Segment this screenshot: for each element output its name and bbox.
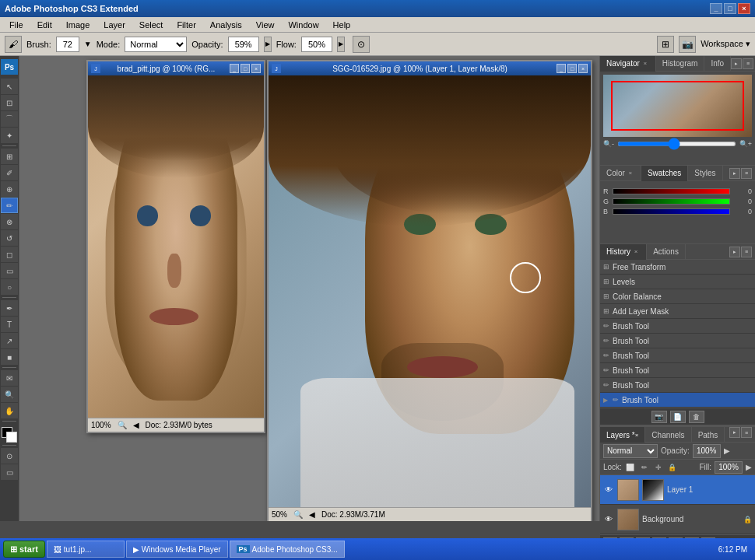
background-visibility-toggle[interactable]: 👁: [603, 514, 614, 525]
maximize-button[interactable]: □: [724, 3, 736, 14]
zoom-tool[interactable]: 🔍: [1, 387, 18, 402]
brad-close-btn[interactable]: ×: [251, 64, 261, 73]
green-slider[interactable]: [613, 198, 730, 205]
hand-tool[interactable]: ✋: [1, 403, 18, 418]
fill-arrow[interactable]: ▶: [746, 463, 752, 471]
menu-filter[interactable]: Filter: [170, 19, 202, 31]
main-scroll[interactable]: ◀: [309, 510, 315, 519]
layer1-visibility-toggle[interactable]: 👁: [603, 485, 614, 495]
nav-collapse-btn[interactable]: ▸: [731, 58, 742, 69]
main-maximize-btn[interactable]: □: [567, 64, 577, 73]
history-close[interactable]: ×: [632, 248, 640, 256]
history-menu-btn[interactable]: ≡: [741, 247, 752, 257]
quick-mask-tool[interactable]: ⊙: [1, 448, 18, 464]
red-slider[interactable]: [613, 188, 730, 194]
menu-image[interactable]: Image: [60, 19, 97, 31]
color-collapse-btn[interactable]: ▸: [729, 168, 740, 179]
lock-position-btn[interactable]: ✛: [653, 462, 664, 473]
selection-tool[interactable]: ⊡: [1, 95, 18, 110]
history-item-brush-5[interactable]: ✏ Brush Tool: [600, 378, 755, 393]
tab-navigator[interactable]: Navigator ×: [600, 56, 656, 72]
nav-red-box[interactable]: [611, 81, 745, 131]
tab-actions[interactable]: Actions: [647, 244, 686, 260]
nav-zoom-slider[interactable]: [617, 142, 736, 146]
magic-wand-tool[interactable]: ✦: [1, 128, 18, 143]
color-swatch[interactable]: [2, 427, 17, 443]
lock-all-btn[interactable]: 🔒: [667, 462, 678, 473]
close-button[interactable]: ×: [738, 3, 750, 14]
layer-row-layer1[interactable]: 👁 Layer 1: [600, 475, 755, 505]
navigator-close[interactable]: ×: [641, 60, 649, 68]
main-minimize-btn[interactable]: _: [557, 64, 566, 73]
menu-view[interactable]: View: [250, 19, 281, 31]
main-doc-titlebar[interactable]: J SGG-016529.jpg @ 100% (Layer 1, Layer …: [269, 61, 591, 75]
brad-canvas[interactable]: [88, 75, 264, 418]
notes-tool[interactable]: ✉: [1, 370, 18, 386]
brush-tool-icon[interactable]: 🖌: [5, 36, 22, 53]
history-item-free-transform[interactable]: ⊞ Free Transform: [600, 260, 755, 275]
start-button[interactable]: ⊞ start: [3, 541, 45, 558]
camera-icon[interactable]: 📷: [679, 36, 696, 53]
lasso-tool[interactable]: ⌒: [1, 111, 18, 127]
airbrush-icon[interactable]: ⊙: [353, 36, 370, 53]
shape-tool[interactable]: ■: [1, 349, 18, 365]
menu-select[interactable]: Select: [133, 19, 170, 31]
color-close[interactable]: ×: [627, 170, 634, 177]
tab-layers[interactable]: Layers * ×: [600, 427, 645, 443]
layer-row-background[interactable]: 👁 Background 🔒: [600, 505, 755, 534]
flow-arrow[interactable]: ▶: [337, 37, 345, 52]
eyedropper-tool[interactable]: ✐: [1, 165, 18, 180]
menu-help[interactable]: Help: [327, 19, 357, 31]
tab-channels[interactable]: Channels: [645, 427, 691, 443]
tab-paths[interactable]: Paths: [692, 427, 725, 443]
history-item-brush-2[interactable]: ✏ Brush Tool: [600, 334, 755, 348]
workspace-icon[interactable]: ⊞: [657, 36, 674, 53]
text-tool[interactable]: T: [1, 317, 18, 332]
layers-opacity-input[interactable]: [693, 444, 721, 458]
history-item-color-balance[interactable]: ⊞ Color Balance: [600, 289, 755, 304]
brad-minimize-btn[interactable]: _: [230, 64, 239, 73]
color-menu-btn[interactable]: ≡: [741, 168, 752, 179]
layers-mode-select[interactable]: Normal Multiply Screen: [603, 444, 658, 458]
history-new-doc-btn[interactable]: 📄: [670, 411, 686, 423]
mode-select[interactable]: Normal Dissolve Multiply: [125, 37, 187, 52]
flow-input[interactable]: [301, 37, 332, 52]
brush-size-input[interactable]: [56, 37, 79, 52]
fill-input[interactable]: [715, 461, 743, 474]
blue-slider[interactable]: [613, 208, 730, 215]
tab-info[interactable]: Info: [704, 56, 731, 72]
layers-menu-btn[interactable]: ≡: [741, 427, 752, 438]
gradient-tool[interactable]: ▭: [1, 263, 18, 278]
move-tool[interactable]: ↖: [1, 79, 18, 94]
main-canvas[interactable]: [269, 75, 591, 507]
dodge-tool[interactable]: ○: [1, 279, 18, 295]
tab-swatches[interactable]: Swatches: [641, 166, 688, 181]
crop-tool[interactable]: ⊞: [1, 149, 18, 164]
screen-mode-tool[interactable]: ▭: [1, 464, 18, 480]
history-item-levels[interactable]: ⊞ Levels: [600, 275, 755, 289]
history-item-brush-1[interactable]: ✏ Brush Tool: [600, 319, 755, 334]
path-select-tool[interactable]: ↗: [1, 333, 18, 348]
brad-maximize-btn[interactable]: □: [241, 64, 250, 73]
nav-menu-btn[interactable]: ≡: [743, 58, 753, 69]
eraser-tool[interactable]: ◻: [1, 247, 18, 262]
menu-window[interactable]: Window: [282, 19, 325, 31]
nav-zoom-in-icon[interactable]: 🔍+: [739, 140, 752, 148]
minimize-button[interactable]: _: [710, 3, 722, 14]
lock-transparency-btn[interactable]: ⬜: [625, 462, 636, 473]
menu-edit[interactable]: Edit: [31, 19, 58, 31]
history-collapse-btn[interactable]: ▸: [729, 247, 740, 257]
history-item-brush-3[interactable]: ✏ Brush Tool: [600, 348, 755, 363]
layers-collapse-btn[interactable]: ▸: [729, 427, 740, 438]
main-zoom-icon[interactable]: 🔍: [293, 510, 303, 519]
stamp-tool[interactable]: ⊗: [1, 214, 18, 229]
healing-tool[interactable]: ⊕: [1, 181, 18, 197]
pen-tool[interactable]: ✒: [1, 300, 18, 316]
tab-color[interactable]: Color ×: [600, 166, 641, 181]
menu-layer[interactable]: Layer: [97, 19, 132, 31]
workspace-label[interactable]: Workspace ▾: [701, 39, 750, 49]
history-delete-btn[interactable]: 🗑: [689, 411, 704, 423]
tab-history[interactable]: History ×: [600, 244, 647, 260]
layers-opacity-arrow[interactable]: ▶: [724, 446, 730, 455]
history-item-add-mask[interactable]: ⊞ Add Layer Mask: [600, 304, 755, 319]
